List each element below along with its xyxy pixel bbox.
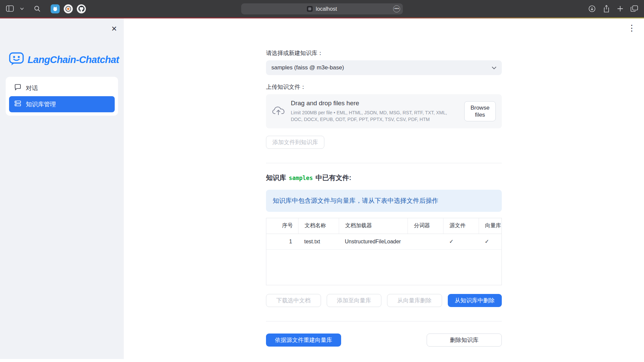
downloads-icon[interactable] (588, 5, 596, 12)
kb-bottom-actions: 依据源文件重建向量库 删除知识库 (266, 334, 502, 347)
knowledge-base-icon (14, 100, 21, 108)
kb-select-label: 请选择或新建知识库： (266, 49, 502, 57)
col-header-index: 序号 (266, 218, 298, 234)
sidebar-item-chat[interactable]: 对话 (9, 80, 115, 96)
files-heading: 知识库 samples 中已有文件: (266, 173, 502, 182)
divider (266, 321, 502, 321)
col-header-vectorstore: 向量库 (479, 218, 502, 234)
table-empty-space (266, 250, 501, 285)
cell-vectorstore-check: ✓ (479, 234, 502, 249)
sidebar-close-icon[interactable]: ✕ (111, 25, 117, 32)
extension-icon-orange[interactable] (64, 4, 73, 13)
logo-text: LangChain-Chatchat (28, 54, 119, 65)
upload-label: 上传知识文件： (266, 83, 502, 91)
sidebar: ✕ LangChain-Chatchat 对 (0, 18, 124, 359)
new-tab-icon[interactable] (617, 6, 623, 12)
divider (266, 163, 502, 163)
chevron-down-icon (492, 64, 496, 71)
delete-from-kb-button[interactable]: 从知识库中删除 (448, 294, 502, 307)
col-header-filename: 文档名称 (298, 218, 339, 234)
file-dropzone[interactable]: Drag and drop files here Limit 200MB per… (266, 94, 502, 128)
address-bar[interactable]: localhost ••• (241, 3, 403, 14)
kb-selected-value: samples (faiss @ m3e-base) (271, 64, 344, 71)
rebuild-vectorstore-button[interactable]: 依据源文件重建向量库 (266, 334, 341, 347)
chat-bubble-icon (14, 84, 21, 92)
delete-from-vectorstore-button[interactable]: 从向量库删除 (387, 294, 442, 307)
cell-loader: UnstructuredFileLoader (339, 234, 408, 249)
sidebar-toggle-icon[interactable] (6, 5, 15, 12)
cell-sourcefile-check: ✓ (443, 234, 479, 249)
main-area: ⋮ 请选择或新建知识库： samples (faiss @ m3e-base) … (124, 18, 644, 362)
file-actions-row: 下载选中文档 添加至向量库 从向量库删除 从知识库中删除 (266, 294, 502, 307)
sidebar-nav: 对话 知识库管理 (6, 77, 118, 116)
table-header-row: 序号 文档名称 文档加载器 分词器 源文件 向量库 (266, 218, 501, 234)
tab-overview-icon[interactable] (631, 5, 638, 12)
info-alert: 知识库中包含源文件与向量库，请从下表中选择文件后操作 (266, 190, 502, 212)
kb-selectbox[interactable]: samples (faiss @ m3e-base) (266, 60, 502, 75)
table-row[interactable]: 1 test.txt UnstructuredFileLoader ✓ ✓ (266, 234, 501, 250)
col-header-loader: 文档加载器 (339, 218, 408, 234)
search-icon[interactable] (34, 5, 41, 12)
extension-icon-github[interactable] (77, 4, 86, 13)
files-heading-suffix: 中已有文件: (316, 173, 352, 182)
extension-icon-blue[interactable] (51, 4, 60, 13)
add-to-vectorstore-button[interactable]: 添加至向量库 (327, 294, 382, 307)
browse-files-button[interactable]: Browse files (464, 101, 496, 122)
dropzone-title: Drag and drop files here (291, 100, 458, 107)
cell-index: 1 (266, 234, 298, 249)
col-header-splitter: 分词器 (408, 218, 443, 234)
files-table: 序号 文档名称 文档加载器 分词器 源文件 向量库 1 test.txt Uns… (266, 218, 502, 285)
sidebar-item-label: 对话 (26, 84, 38, 92)
address-url: localhost (316, 6, 337, 12)
sidebar-item-kb-management[interactable]: 知识库管理 (9, 96, 115, 112)
logo-chat-icon (9, 52, 24, 67)
share-icon[interactable] (603, 5, 610, 13)
sidebar-item-label: 知识库管理 (26, 100, 56, 108)
address-more-icon[interactable]: ••• (393, 5, 400, 12)
info-alert-text: 知识库中包含源文件与向量库，请从下表中选择文件后操作 (273, 196, 438, 205)
app-logo: LangChain-Chatchat (0, 18, 124, 67)
download-selected-button[interactable]: 下载选中文档 (266, 294, 321, 307)
browser-toolbar: localhost ••• (0, 0, 644, 17)
col-header-sourcefile: 源文件 (443, 218, 479, 234)
cell-splitter (408, 234, 443, 249)
add-files-button[interactable]: 添加文件到知识库 (266, 136, 324, 149)
files-heading-prefix: 知识库 (266, 173, 286, 182)
kb-name-code: samples (289, 175, 313, 181)
cloud-upload-icon (272, 106, 285, 117)
sidebar-chevron-icon[interactable] (20, 7, 24, 10)
dropzone-hint: Limit 200MB per file • EML, HTML, JSON, … (291, 109, 458, 123)
delete-kb-button[interactable]: 删除知识库 (427, 334, 502, 347)
site-icon (307, 6, 313, 12)
cell-filename: test.txt (298, 234, 339, 249)
overflow-menu-icon[interactable]: ⋮ (628, 23, 636, 33)
